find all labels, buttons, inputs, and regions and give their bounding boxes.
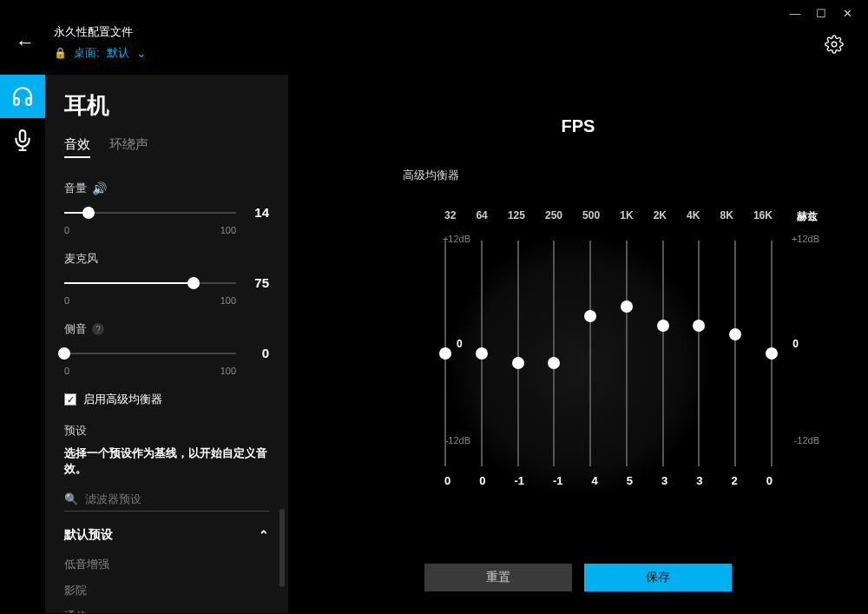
preset-bass-boost[interactable]: 低音增强	[64, 551, 269, 578]
microphone-icon	[11, 129, 34, 151]
eq-slider-8K[interactable]	[734, 241, 736, 466]
freq-label: 64	[476, 209, 487, 221]
panel-scrollbar[interactable]	[279, 509, 285, 587]
mic-value: 75	[247, 275, 269, 290]
sidetone-slider[interactable]	[64, 353, 236, 354]
eq-slider-125[interactable]	[517, 241, 519, 466]
save-button[interactable]: 保存	[584, 564, 732, 591]
preset-search[interactable]: 🔍	[64, 492, 269, 512]
eq-value: 3	[661, 474, 667, 487]
preset-heading: 预设	[64, 423, 269, 439]
eq-slider-2K[interactable]	[662, 241, 664, 466]
eq-slider-4K[interactable]	[698, 241, 700, 466]
profile-title: 永久性配置文件	[54, 24, 147, 40]
maximize-button[interactable]: ☐	[812, 7, 830, 20]
zero-right: 0	[792, 338, 799, 350]
reset-button[interactable]: 重置	[424, 564, 572, 591]
search-input[interactable]	[85, 492, 269, 505]
eq-value: -1	[514, 474, 524, 487]
mic-slider[interactable]	[64, 282, 236, 284]
mic-label: 麦克风	[64, 251, 98, 267]
desktop-value: 默认	[107, 45, 129, 61]
svg-point-0	[832, 42, 837, 47]
eq-value: 3	[696, 474, 702, 487]
sidetone-label: 侧音	[64, 321, 87, 337]
eq-slider-500[interactable]	[589, 241, 591, 466]
lock-icon: 🔒	[54, 47, 67, 59]
freq-label: 32	[444, 209, 456, 221]
eq-slider-250[interactable]	[553, 241, 555, 466]
eq-slider-64[interactable]	[481, 241, 483, 466]
eq-slider-16K[interactable]	[771, 241, 773, 466]
back-button[interactable]: ←	[16, 31, 35, 54]
volume-icon: 🔊	[92, 182, 107, 195]
freq-label: 125	[508, 209, 525, 221]
enable-eq-label: 启用高级均衡器	[83, 392, 162, 407]
preset-description: 选择一个预设作为基线，以开始自定义音效。	[64, 446, 269, 477]
freq-label: 1K	[620, 209, 633, 221]
default-presets-header[interactable]: 默认预设 ⌃	[64, 527, 269, 543]
db-top-right: +12dB	[792, 234, 819, 244]
eq-slider-1K[interactable]	[626, 241, 628, 466]
hz-label: 赫兹	[797, 209, 818, 224]
freq-label: 4K	[687, 209, 700, 221]
volume-value: 14	[247, 205, 269, 220]
gear-icon	[825, 35, 844, 54]
tab-audio[interactable]: 音效	[64, 136, 90, 158]
freq-label: 16K	[753, 209, 773, 221]
settings-button[interactable]	[825, 35, 844, 56]
sidetone-value: 0	[247, 346, 269, 360]
chevron-down-icon: ⌄	[136, 46, 147, 60]
checkbox-icon: ✓	[64, 393, 76, 406]
search-icon: 🔍	[64, 492, 78, 505]
eq-subtitle: 高级均衡器	[403, 168, 868, 183]
freq-label: 2K	[654, 209, 667, 221]
eq-value: 0	[479, 474, 485, 487]
eq-value: 0	[444, 474, 450, 487]
tab-surround[interactable]: 环绕声	[109, 136, 148, 158]
eq-area: 32641252505001K2K4K8K16K 赫兹 +12dB +12dB …	[332, 209, 825, 487]
sidebar-tab-microphone[interactable]	[0, 118, 45, 162]
eq-title: FPS	[288, 116, 868, 136]
chevron-up-icon: ⌃	[259, 528, 269, 542]
enable-eq-checkbox[interactable]: ✓ 启用高级均衡器	[64, 392, 269, 407]
panel-title: 耳机	[64, 90, 269, 121]
freq-label: 500	[582, 209, 600, 221]
profile-selector[interactable]: 🔒 桌面: 默认 ⌄	[54, 45, 147, 61]
desktop-label: 桌面:	[74, 45, 100, 61]
eq-value: 5	[627, 474, 633, 487]
preset-communication[interactable]: 通信	[64, 604, 269, 613]
sidebar-tab-headphones[interactable]	[0, 75, 45, 118]
eq-value: 4	[592, 474, 598, 487]
volume-slider[interactable]	[64, 212, 236, 214]
eq-value: 0	[766, 474, 773, 487]
volume-label: 音量	[64, 181, 87, 196]
close-button[interactable]: ✕	[838, 7, 856, 20]
eq-slider-32[interactable]	[444, 241, 446, 466]
freq-label: 8K	[720, 209, 733, 221]
headphones-icon	[11, 85, 34, 108]
minimize-button[interactable]: —	[786, 7, 804, 20]
svg-rect-1	[20, 130, 26, 142]
db-bottom-right: -12dB	[794, 435, 819, 446]
eq-value: 2	[732, 474, 738, 487]
freq-label: 250	[545, 209, 562, 221]
help-icon[interactable]: ?	[92, 323, 104, 335]
eq-value: -1	[553, 474, 563, 487]
preset-cinema[interactable]: 影院	[64, 578, 269, 604]
